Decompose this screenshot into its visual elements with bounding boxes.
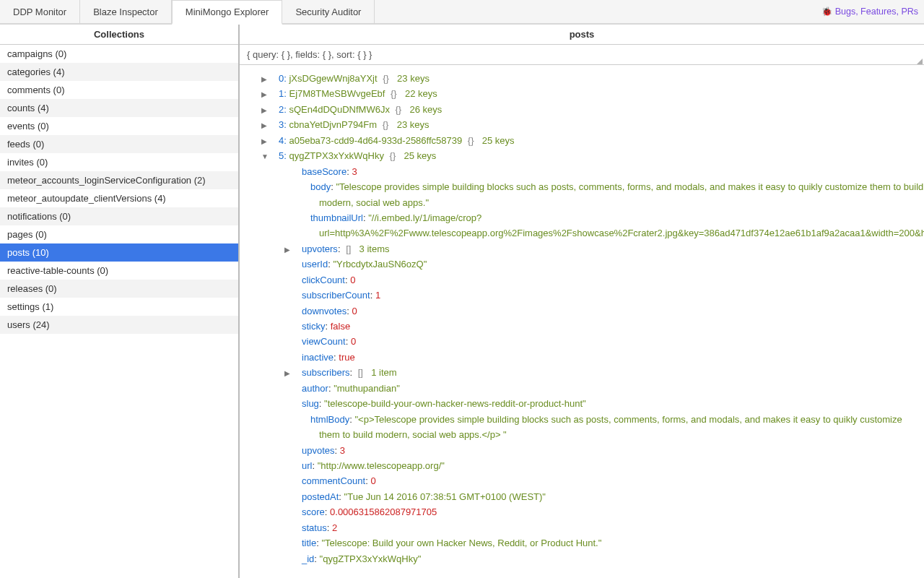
- caret-icon[interactable]: ▶: [270, 120, 277, 132]
- resize-handle-icon[interactable]: [917, 59, 923, 64]
- query-text: { query: { }, fields: { }, sort: { } }: [247, 49, 372, 60]
- caret-icon[interactable]: ▼: [270, 151, 277, 163]
- doc-row[interactable]: ▶0: jXsDGgewWnj8aYXjt {} 23 keys: [247, 71, 924, 86]
- caret-icon[interactable]: ▶: [270, 105, 277, 117]
- collection-item[interactable]: users (24): [0, 316, 238, 334]
- caret-icon[interactable]: ▶: [270, 74, 277, 86]
- field-row[interactable]: userId: "YrbcdytxJauSN6ozQ": [247, 256, 924, 272]
- collection-item[interactable]: meteor_autoupdate_clientVersions (4): [0, 189, 238, 207]
- sidebar-title: Collections: [0, 25, 238, 45]
- tab-ddp-monitor[interactable]: DDP Monitor: [0, 0, 80, 23]
- field-row[interactable]: _id: "qygZTPX3xYxkWqHky": [247, 551, 924, 566]
- collection-item[interactable]: settings (1): [0, 298, 238, 316]
- field-row[interactable]: ▶upvoters: [] 3 items: [247, 241, 924, 256]
- field-row[interactable]: title: "Telescope: Build your own Hacker…: [247, 535, 924, 551]
- bug-icon: 🐞: [821, 7, 832, 17]
- field-row[interactable]: baseScore: 3: [247, 164, 924, 179]
- collection-item[interactable]: invites (0): [0, 153, 238, 171]
- field-row[interactable]: viewCount: 0: [247, 334, 924, 349]
- doc-row[interactable]: ▶1: Ej7M8TMeSBWvgeEbf {} 22 keys: [247, 86, 924, 101]
- field-row[interactable]: downvotes: 0: [247, 303, 924, 319]
- field-row[interactable]: subscriberCount: 1: [247, 288, 924, 303]
- collection-item[interactable]: categories (4): [0, 63, 238, 81]
- field-row[interactable]: sticky: false: [247, 319, 924, 334]
- collection-item[interactable]: releases (0): [0, 280, 238, 298]
- bugs-link[interactable]: 🐞 Bugs, Features, PRs: [821, 0, 918, 23]
- collection-item[interactable]: notifications (0): [0, 207, 238, 225]
- tab-bar: DDP Monitor Blaze Inspector MiniMongo Ex…: [0, 0, 924, 25]
- doc-row[interactable]: ▼5: qygZTPX3xYxkWqHky {} 25 keys: [247, 148, 924, 163]
- field-row[interactable]: upvotes: 3: [247, 443, 924, 458]
- doc-row[interactable]: ▶4: a05eba73-cdd9-4d64-933d-2586ffc58739…: [247, 133, 924, 148]
- caret-icon[interactable]: ▶: [293, 368, 300, 380]
- field-row[interactable]: inactive: true: [247, 350, 924, 365]
- document-tree: ▶0: jXsDGgewWnj8aYXjt {} 23 keys▶1: Ej7M…: [240, 65, 924, 578]
- collection-item[interactable]: counts (4): [0, 99, 238, 117]
- caret-icon[interactable]: ▶: [270, 136, 277, 148]
- field-row[interactable]: status: 2: [247, 520, 924, 535]
- collections-list: campaigns (0)categories (4)comments (0)c…: [0, 45, 238, 578]
- field-row[interactable]: slug: "telescope-build-your-own-hacker-n…: [247, 396, 924, 411]
- field-row[interactable]: clickCount: 0: [247, 272, 924, 288]
- field-row[interactable]: ▶subscribers: [] 1 item: [247, 365, 924, 380]
- collection-item[interactable]: comments (0): [0, 81, 238, 99]
- collection-item[interactable]: campaigns (0): [0, 45, 238, 63]
- field-row[interactable]: author: "muthupandian": [247, 381, 924, 396]
- collection-item[interactable]: reactive-table-counts (0): [0, 262, 238, 280]
- doc-row[interactable]: ▶2: sQEn4dDQuDNfMW6Jx {} 26 keys: [247, 102, 924, 117]
- collection-item[interactable]: meteor_accounts_loginServiceConfiguratio…: [0, 171, 238, 189]
- caret-icon[interactable]: ▶: [293, 244, 300, 256]
- sidebar: Collections campaigns (0)categories (4)c…: [0, 25, 240, 578]
- tab-security-auditor[interactable]: Security Auditor: [282, 0, 375, 23]
- query-input[interactable]: { query: { }, fields: { }, sort: { } }: [240, 45, 924, 65]
- caret-icon[interactable]: ▶: [270, 89, 277, 101]
- main-title: posts: [240, 25, 924, 45]
- doc-row[interactable]: ▶3: cbnaYetDjvnP794Fm {} 23 keys: [247, 117, 924, 132]
- collection-item[interactable]: feeds (0): [0, 135, 238, 153]
- collection-item[interactable]: posts (10): [0, 243, 238, 262]
- bugs-link-label: Bugs, Features, PRs: [835, 7, 918, 17]
- field-row[interactable]: postedAt: "Tue Jun 14 2016 07:38:51 GMT+…: [247, 489, 924, 504]
- field-row[interactable]: body: "Telescope provides simple buildin…: [247, 179, 924, 210]
- main-panel: posts { query: { }, fields: { }, sort: {…: [240, 25, 924, 578]
- collection-item[interactable]: pages (0): [0, 225, 238, 243]
- field-row[interactable]: url: "http://www.telescopeapp.org/": [247, 458, 924, 473]
- field-row[interactable]: score: 0.0006315862087971705: [247, 504, 924, 519]
- field-row[interactable]: thumbnailUrl: "//i.embed.ly/1/image/crop…: [247, 210, 924, 241]
- field-row[interactable]: commentCount: 0: [247, 473, 924, 488]
- collection-item[interactable]: events (0): [0, 117, 238, 135]
- tab-blaze-inspector[interactable]: Blaze Inspector: [80, 0, 172, 23]
- tab-minimongo-explorer[interactable]: MiniMongo Explorer: [172, 0, 283, 25]
- field-row[interactable]: htmlBody: "<p>Telescope provides simple …: [247, 412, 924, 443]
